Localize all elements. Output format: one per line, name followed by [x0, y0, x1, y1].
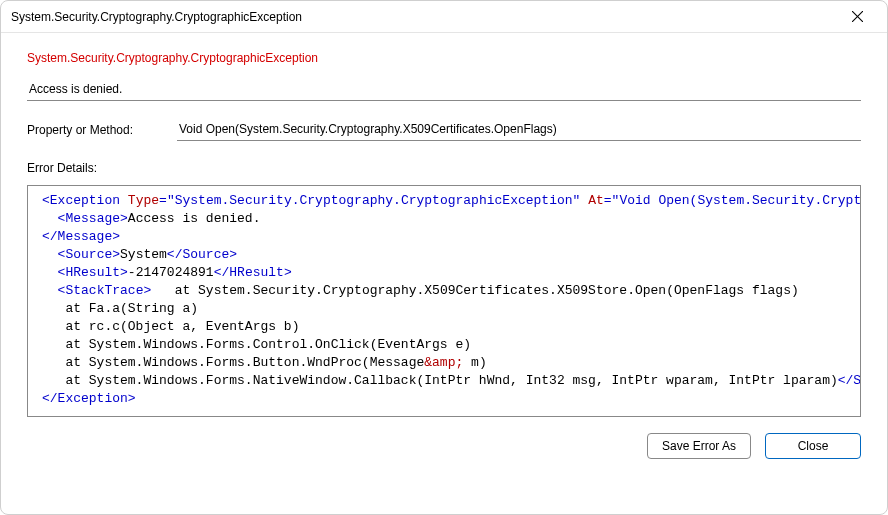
property-field[interactable]: [177, 119, 861, 141]
message-field[interactable]: [27, 79, 861, 101]
close-icon[interactable]: [837, 3, 877, 31]
error-details-label: Error Details:: [27, 161, 861, 175]
close-button[interactable]: Close: [765, 433, 861, 459]
message-row: [27, 79, 861, 101]
property-label: Property or Method:: [27, 123, 147, 141]
dialog-window: System.Security.Cryptography.Cryptograph…: [0, 0, 888, 515]
window-title: System.Security.Cryptography.Cryptograph…: [11, 10, 302, 24]
titlebar: System.Security.Cryptography.Cryptograph…: [1, 1, 887, 33]
button-row: Save Error As Close: [27, 433, 861, 459]
save-error-as-button[interactable]: Save Error As: [647, 433, 751, 459]
exception-heading: System.Security.Cryptography.Cryptograph…: [27, 51, 861, 65]
dialog-content: System.Security.Cryptography.Cryptograph…: [1, 33, 887, 514]
property-row: Property or Method:: [27, 119, 861, 141]
error-details-box[interactable]: <Exception Type="System.Security.Cryptog…: [27, 185, 861, 417]
error-details-text[interactable]: <Exception Type="System.Security.Cryptog…: [28, 186, 861, 414]
